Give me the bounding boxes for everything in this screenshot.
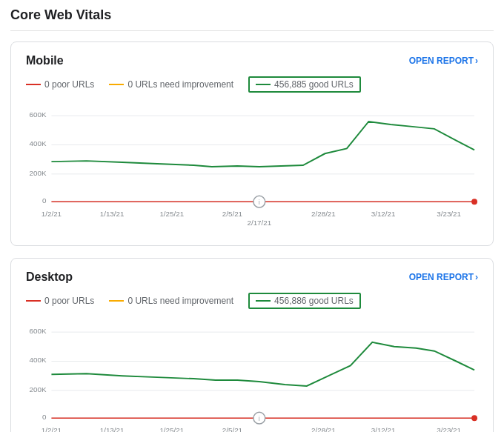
poor-line-indicator bbox=[26, 84, 41, 85]
y-label-0: 0 bbox=[42, 196, 47, 205]
mobile-legend: 0 poor URLs 0 URLs need improvement 456,… bbox=[26, 76, 478, 93]
good-line-indicator bbox=[256, 84, 271, 85]
d-x-label-7: 3/23/21 bbox=[437, 426, 461, 432]
mobile-poor-end-dot bbox=[471, 199, 477, 205]
d-x-label-6: 3/12/21 bbox=[371, 426, 396, 432]
desktop-chart-svg: 600K 400K 200K 0 i 1/2/21 1/13/21 1/25/2… bbox=[26, 316, 478, 432]
good-legend-box: 456,885 good URLs bbox=[248, 76, 361, 93]
desktop-good-line bbox=[51, 342, 474, 386]
desktop-card: Desktop OPEN REPORT › 0 poor URLs 0 URLs… bbox=[10, 258, 494, 432]
needs-improvement-line-indicator bbox=[109, 84, 124, 85]
x-label-0: 1/2/21 bbox=[42, 210, 62, 218]
d-y-label-600k: 600K bbox=[30, 327, 47, 335]
d-y-label-200k: 200K bbox=[30, 385, 47, 393]
desktop-legend-good: 456,886 good URLs bbox=[248, 293, 361, 309]
page-title: Core Web Vitals bbox=[10, 7, 494, 31]
d-x-label-2: 1/25/21 bbox=[159, 426, 184, 432]
desktop-card-header: Desktop OPEN REPORT › bbox=[26, 270, 478, 284]
x-label-2: 1/25/21 bbox=[159, 210, 184, 218]
mobile-chart: 600K 400K 200K 0 i 1/2/21 1/13/21 1/25/2… bbox=[26, 100, 478, 233]
y-label-200k: 200K bbox=[30, 169, 47, 177]
d-x-label-1: 1/13/21 bbox=[100, 426, 125, 432]
d-x-label-0: 1/2/21 bbox=[42, 426, 62, 432]
desktop-legend-poor: 0 poor URLs bbox=[26, 296, 94, 306]
poor-line-indicator-d bbox=[26, 300, 41, 302]
needs-improvement-line-indicator-d bbox=[109, 300, 124, 302]
x-label-6: 3/12/21 bbox=[371, 210, 396, 218]
mobile-good-line bbox=[51, 122, 474, 167]
d-y-label-400k: 400K bbox=[30, 356, 47, 364]
good-line-indicator-d bbox=[256, 300, 271, 302]
mobile-legend-good: 456,885 good URLs bbox=[248, 76, 361, 93]
desktop-poor-end-dot bbox=[471, 415, 477, 421]
desktop-legend: 0 poor URLs 0 URLs need improvement 456,… bbox=[26, 293, 478, 309]
desktop-open-report-link[interactable]: OPEN REPORT › bbox=[409, 272, 478, 282]
mobile-card: Mobile OPEN REPORT › 0 poor URLs 0 URLs … bbox=[10, 41, 494, 246]
d-x-label-5: 2/28/21 bbox=[311, 426, 336, 432]
desktop-card-title: Desktop bbox=[26, 270, 73, 284]
d-y-label-0: 0 bbox=[42, 413, 47, 421]
y-label-600k: 600K bbox=[30, 110, 47, 119]
desktop-legend-needs-improvement: 0 URLs need improvement bbox=[109, 296, 233, 306]
desktop-chart: 600K 400K 200K 0 i 1/2/21 1/13/21 1/25/2… bbox=[26, 316, 478, 432]
y-label-400k: 400K bbox=[30, 139, 47, 147]
desktop-annotation-label: i bbox=[259, 415, 260, 422]
d-x-label-3: 2/5/21 bbox=[222, 426, 242, 432]
x-label-5: 2/28/21 bbox=[311, 210, 336, 218]
mobile-annotation-label: i bbox=[259, 199, 260, 206]
mobile-card-header: Mobile OPEN REPORT › bbox=[26, 54, 478, 67]
x-label-1: 1/13/21 bbox=[100, 210, 125, 218]
mobile-card-title: Mobile bbox=[26, 54, 64, 67]
x-label-3: 2/5/21 bbox=[222, 210, 242, 218]
mobile-chart-svg: 600K 400K 200K 0 i 1/2/21 1/13/21 1/25/2… bbox=[26, 100, 478, 233]
x-label-7: 3/23/21 bbox=[437, 210, 461, 218]
mobile-legend-needs-improvement: 0 URLs need improvement bbox=[109, 79, 233, 90]
mobile-legend-poor: 0 poor URLs bbox=[26, 79, 94, 90]
mobile-open-report-link[interactable]: OPEN REPORT › bbox=[409, 56, 478, 66]
x-label-4: 2/17/21 bbox=[247, 219, 271, 227]
good-legend-box-d: 456,886 good URLs bbox=[248, 293, 361, 309]
